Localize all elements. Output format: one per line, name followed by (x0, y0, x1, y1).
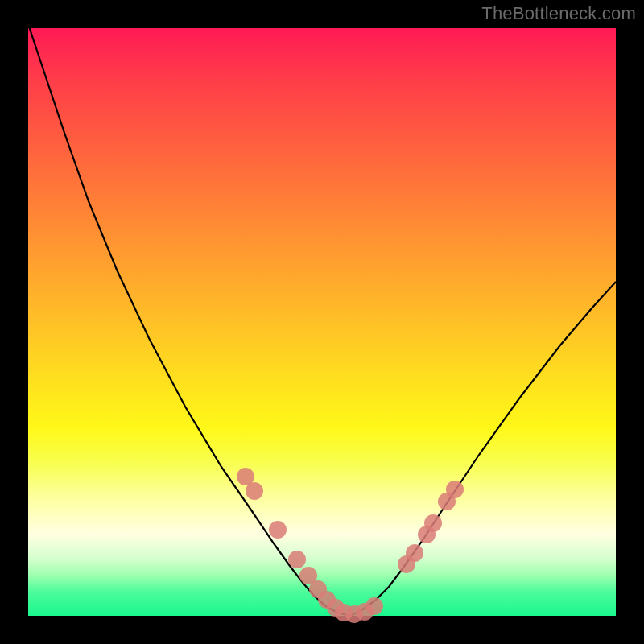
left-branch-curve (28, 24, 350, 616)
plot-area (28, 28, 616, 616)
marker-dot (269, 521, 287, 539)
marker-dot (424, 514, 442, 532)
marker-dot (246, 482, 263, 500)
marker-dot (288, 551, 306, 568)
marker-dots (237, 468, 464, 623)
marker-dot (406, 544, 423, 562)
curve-svg (28, 28, 616, 616)
marker-dot (446, 481, 464, 498)
chart-frame: TheBottleneck.com (0, 0, 644, 644)
watermark-text: TheBottleneck.com (481, 3, 636, 24)
marker-dot (365, 597, 383, 615)
right-branch-curve (350, 282, 616, 616)
